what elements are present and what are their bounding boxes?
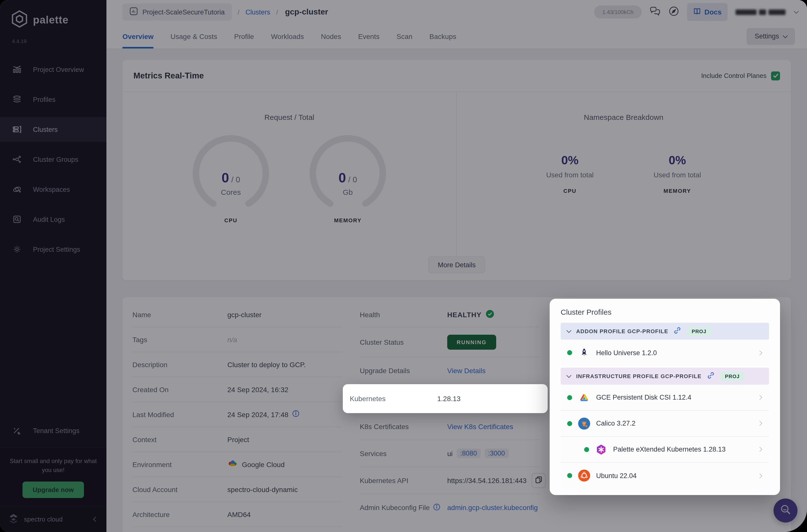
profile-layer-row-pxk[interactable]: Palette eXtended Kubernetes 1.28.13 xyxy=(561,437,769,462)
status-dot-green xyxy=(567,395,572,400)
profile-link-icon xyxy=(674,326,681,336)
chevron-down-icon xyxy=(566,328,571,333)
calico-icon xyxy=(578,417,590,429)
proj-scope-badge: PROJ xyxy=(720,372,745,381)
profile-layer-row-calico[interactable]: Calico 3.27.2 xyxy=(561,411,769,437)
gce-disk-icon xyxy=(578,392,590,403)
status-dot-green xyxy=(567,350,572,355)
chevron-down-icon xyxy=(566,373,571,378)
ubuntu-icon xyxy=(578,470,590,481)
profile-link-icon xyxy=(707,372,715,381)
proj-scope-badge: PROJ xyxy=(687,326,711,336)
profile-layer-row-gce-disk[interactable]: GCE Persistent Disk CSI 1.12.4 xyxy=(561,385,769,411)
infrastructure-profile-section-header[interactable]: INFRASTRUCTURE PROFILE GCP-PROFILE PROJ xyxy=(561,368,769,385)
rocket-icon xyxy=(578,347,590,359)
chevron-right-icon xyxy=(757,421,762,426)
status-dot-green xyxy=(584,447,589,452)
profile-layer-row-hello-universe[interactable]: Hello Universe 1.2.0 xyxy=(561,340,769,366)
status-dot-green xyxy=(567,421,572,426)
chevron-right-icon xyxy=(757,447,762,452)
chevron-right-icon xyxy=(757,473,762,478)
status-dot-green xyxy=(567,473,572,478)
profile-layer-row-ubuntu[interactable]: Ubuntu 22.04 xyxy=(561,462,769,489)
pxk-icon-wrap xyxy=(566,443,578,455)
cluster-profiles-popup: Cluster Profiles ADDON PROFILE GCP-PROFI… xyxy=(550,299,780,495)
chevron-right-icon xyxy=(757,395,762,400)
kubernetes-version-value: 1.28.13 xyxy=(437,395,461,403)
cluster-profiles-title: Cluster Profiles xyxy=(561,308,769,316)
pxk-icon xyxy=(595,443,607,455)
kubernetes-label: Kubernetes xyxy=(350,395,437,403)
app-window: palette 4.4.19 Project Overview Profiles xyxy=(0,0,807,532)
addon-profile-section-header[interactable]: ADDON PROFILE GCP-PROFILE PROJ xyxy=(561,323,769,340)
chevron-right-icon xyxy=(757,350,762,355)
kubernetes-version-spotlight-row: Kubernetes 1.28.13 xyxy=(343,384,548,413)
